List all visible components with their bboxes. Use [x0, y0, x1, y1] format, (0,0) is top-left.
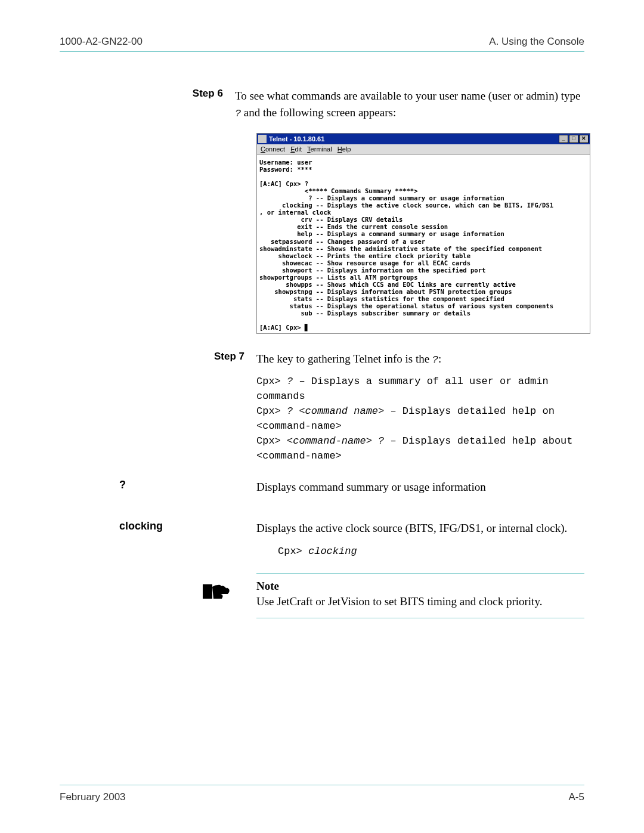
- footer-page: A-5: [569, 791, 584, 803]
- cmd2-q: ?: [287, 405, 293, 417]
- note-block: Note Use JetCraft or JetVision to set BI…: [256, 573, 584, 618]
- close-button[interactable]: ✕: [579, 135, 589, 143]
- cmd2-prompt: Cpx>: [256, 405, 287, 417]
- step6-text-a: To see what commands are available to yo…: [235, 89, 581, 102]
- doc-id: 1000-A2-GN22-00: [60, 36, 143, 48]
- step6-block: Step 6 To see what commands are availabl…: [256, 88, 584, 334]
- note-text: Use JetCraft or JetVision to set BITS ti…: [256, 595, 542, 608]
- clocking-prompt: Cpx>: [278, 546, 308, 557]
- telnet-titlebar: Telnet - 10.1.80.61 _ □ ✕: [257, 134, 590, 144]
- section-clocking-body: Displays the active clock source (BITS, …: [256, 520, 584, 618]
- step6-label: Step 6: [176, 88, 235, 121]
- telnet-window: Telnet - 10.1.80.61 _ □ ✕ Connect Edit T…: [256, 133, 590, 334]
- cmd3-q: ?: [378, 435, 384, 447]
- chapter-title: A. Using the Console: [489, 36, 584, 48]
- header-row: 1000-A2-GN22-00 A. Using the Console: [60, 36, 584, 48]
- cmd1-prompt: Cpx>: [256, 376, 287, 387]
- cmd3-prompt: Cpx>: [256, 435, 287, 447]
- cmd1-desc: – Displays a summary of all user or admi…: [293, 376, 548, 387]
- header-rule: [60, 51, 584, 52]
- cmd1-desc2: commands: [256, 390, 584, 404]
- cmd3-sp: [372, 435, 378, 447]
- telnet-title: Telnet - 10.1.80.61: [269, 135, 324, 143]
- section-qmark-desc: Displays command summary or usage inform…: [256, 479, 584, 496]
- footer-date: February 2003: [60, 791, 126, 803]
- cmd3-name: <command-name>: [287, 435, 372, 447]
- section-clocking-label: clocking: [119, 520, 163, 532]
- svg-rect-0: [203, 584, 212, 599]
- step6-q: ?: [235, 108, 241, 119]
- note-hand-icon: [203, 581, 231, 605]
- footer: February 2003 A-5: [60, 785, 584, 803]
- cmd2-sp: [293, 405, 299, 417]
- telnet-app-icon: [258, 135, 267, 143]
- menu-connect[interactable]: Connect: [261, 145, 285, 153]
- step7-text-a: The key to gathering Telnet info is the: [256, 352, 432, 365]
- cmd2-desc: – Displays detailed help on: [384, 405, 555, 417]
- cmd3-desc: – Displays detailed help about: [384, 435, 572, 447]
- menu-edit[interactable]: Edit: [290, 145, 302, 153]
- cmd1-q: ?: [287, 376, 293, 387]
- menu-help[interactable]: Help: [338, 145, 351, 153]
- section-qmark-label: ?: [119, 479, 126, 491]
- step6-text-b: and the following screen appears:: [241, 106, 396, 119]
- menu-terminal[interactable]: Terminal: [307, 145, 332, 153]
- step7-text: The key to gathering Telnet info is the …: [256, 351, 441, 368]
- clocking-cmd: clocking: [308, 546, 357, 557]
- note-heading: Note: [256, 580, 542, 593]
- telnet-terminal-output: Username: user Password: **** [A:AC] Cpx…: [257, 155, 590, 334]
- step7-commands: Cpx> ? – Displays a summary of all user …: [256, 375, 584, 463]
- minimize-button[interactable]: _: [559, 135, 568, 143]
- maximize-button[interactable]: □: [569, 135, 578, 143]
- step7-label: Step 7: [176, 351, 256, 368]
- cmd3-desc2: <command-name>: [256, 450, 584, 463]
- step7-q: ?: [432, 354, 438, 366]
- cmd2-name: <command name>: [299, 405, 384, 417]
- window-buttons: _ □ ✕: [559, 135, 589, 143]
- step6-text: To see what commands are available to yo…: [235, 88, 584, 121]
- telnet-menubar: Connect Edit Terminal Help: [257, 144, 590, 155]
- clocking-desc: Displays the active clock source (BITS, …: [256, 520, 584, 537]
- cmd2-desc2: <command-name>: [256, 420, 584, 433]
- step7-block: Step 7 The key to gathering Telnet info …: [256, 351, 584, 463]
- page: 1000-A2-GN22-00 A. Using the Console Ste…: [0, 0, 644, 833]
- step7-text-b: :: [438, 352, 441, 365]
